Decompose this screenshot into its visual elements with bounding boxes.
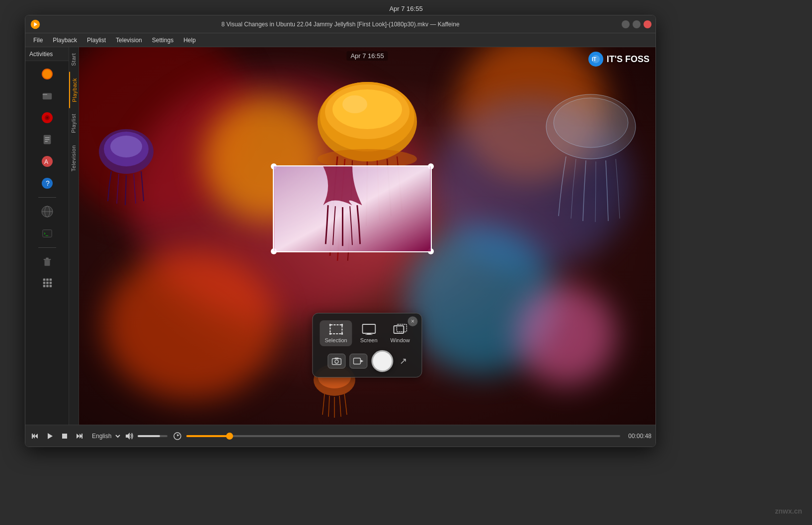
watermark-text: IT'S FOSS	[607, 54, 650, 65]
svg-rect-63	[354, 358, 361, 364]
svg-rect-31	[46, 285, 49, 288]
vlc-side-tabs: Start Playback Playlist Television	[69, 47, 79, 425]
selection-rectangle[interactable]	[273, 165, 432, 252]
svg-rect-4	[42, 94, 47, 95]
next-button[interactable]	[73, 430, 85, 442]
capture-record-btn[interactable]	[372, 350, 394, 372]
menu-help[interactable]: Help	[179, 35, 200, 45]
bottom-watermark: znwx.cn	[775, 507, 802, 515]
video-area: Apr 7 16:55 IT IT'S FOSS	[79, 47, 655, 425]
selection-mode-icon	[328, 323, 343, 335]
svg-rect-55	[362, 324, 375, 333]
capture-close-button[interactable]: ×	[408, 316, 418, 326]
svg-point-53	[329, 333, 331, 335]
svg-rect-69	[62, 434, 67, 439]
svg-rect-25	[46, 279, 49, 281]
svg-point-51	[329, 324, 331, 326]
menu-playlist[interactable]: Playlist	[83, 35, 110, 45]
close-button[interactable]: ×	[644, 20, 651, 28]
vlc-tab-playback[interactable]: Playback	[69, 72, 79, 108]
bottom-bar: English 00:00:48	[25, 425, 655, 447]
window-mode-label: Window	[391, 337, 410, 343]
screenshot-button[interactable]	[328, 354, 346, 369]
sidebar-icon-text-editor[interactable]	[38, 131, 56, 149]
svg-rect-21	[44, 260, 50, 266]
video-record-button[interactable]	[350, 354, 368, 369]
window-controls: – □ ×	[622, 20, 651, 28]
svg-rect-24	[43, 279, 45, 281]
capture-mode-screen[interactable]: Screen	[355, 320, 383, 346]
vlc-tab-start[interactable]: Start	[69, 47, 79, 72]
minimize-button[interactable]: –	[622, 20, 630, 28]
sidebar-icon-rhythmbox[interactable]	[38, 109, 56, 127]
progress-slider[interactable]	[186, 435, 620, 437]
svg-marker-73	[126, 433, 130, 440]
svg-rect-27	[43, 282, 45, 284]
stop-button[interactable]	[59, 431, 70, 442]
time-display: 00:00:48	[628, 433, 651, 440]
svg-point-61	[335, 360, 338, 364]
svg-point-41	[110, 136, 142, 157]
progress-fill	[186, 435, 230, 437]
selection-mode-label: Selection	[325, 337, 347, 343]
svg-rect-32	[49, 285, 52, 288]
window-mode-icon	[393, 323, 407, 335]
right-jellyfish	[536, 87, 646, 246]
sidebar-icon-world[interactable]	[38, 203, 56, 221]
timestamp: Apr 7 16:55	[346, 51, 388, 61]
svg-rect-26	[49, 279, 52, 281]
capture-mode-selection[interactable]: Selection	[320, 320, 352, 346]
svg-rect-62	[335, 358, 339, 359]
sidebar-icon-software[interactable]: A	[38, 152, 56, 170]
svg-text:›_: ›_	[44, 231, 48, 236]
sidebar-icon-firefox[interactable]	[38, 65, 56, 83]
svg-marker-68	[48, 433, 53, 439]
activities-button[interactable]: Activities	[25, 47, 69, 61]
capture-action-row: ↗	[320, 350, 414, 372]
vlc-tab-television[interactable]: Television	[69, 139, 79, 177]
svg-rect-22	[43, 259, 51, 260]
watermark: IT IT'S FOSS	[588, 51, 650, 67]
capture-toolbar: × Selection	[312, 313, 422, 377]
maximize-button[interactable]: □	[633, 20, 641, 28]
app-icon	[30, 19, 40, 29]
prev-button[interactable]	[29, 430, 41, 442]
svg-rect-67	[32, 434, 33, 439]
svg-point-54	[341, 333, 343, 335]
svg-point-36	[332, 89, 402, 129]
menu-settings[interactable]: Settings	[148, 35, 177, 45]
menu-playback[interactable]: Playback	[49, 35, 81, 45]
svg-point-7	[46, 117, 48, 119]
svg-marker-70	[77, 434, 80, 439]
window-title: 8 Visual Changes in Ubuntu 22.04 Jammy J…	[221, 21, 459, 28]
capture-mode-row: Selection Screen	[320, 318, 414, 346]
play-button[interactable]	[44, 430, 56, 442]
language-select[interactable]: English	[88, 431, 122, 441]
progress-handle[interactable]	[226, 433, 233, 440]
svg-point-43	[554, 98, 628, 148]
svg-rect-30	[43, 285, 45, 288]
svg-text:A: A	[44, 158, 48, 165]
sidebar-icon-grid[interactable]	[38, 274, 56, 292]
volume-slider[interactable]	[138, 435, 167, 437]
screen-mode-label: Screen	[360, 337, 378, 343]
vlc-tab-playlist[interactable]: Playlist	[69, 108, 79, 139]
desktop-date: Apr 7 16:55	[389, 5, 422, 12]
svg-rect-28	[46, 282, 49, 284]
sidebar-icon-trash[interactable]	[38, 253, 56, 271]
svg-marker-64	[361, 360, 364, 363]
menu-television[interactable]: Television	[112, 35, 146, 45]
sidebar-icon-terminal[interactable]: ›_	[38, 225, 56, 242]
sidebar-icon-help[interactable]: ?	[38, 174, 56, 192]
svg-text:IT: IT	[592, 57, 596, 62]
svg-rect-29	[49, 282, 52, 284]
menubar: File Playback Playlist Television Settin…	[25, 33, 655, 47]
svg-rect-56	[367, 333, 371, 334]
watermark-logo: IT	[588, 51, 604, 67]
svg-point-38	[342, 95, 367, 113]
menu-file[interactable]: File	[29, 35, 47, 45]
screen-mode-icon	[361, 323, 376, 335]
titlebar: 8 Visual Changes in Ubuntu 22.04 Jammy J…	[25, 15, 655, 33]
sidebar-icon-files[interactable]	[38, 87, 56, 105]
svg-rect-72	[81, 434, 82, 439]
